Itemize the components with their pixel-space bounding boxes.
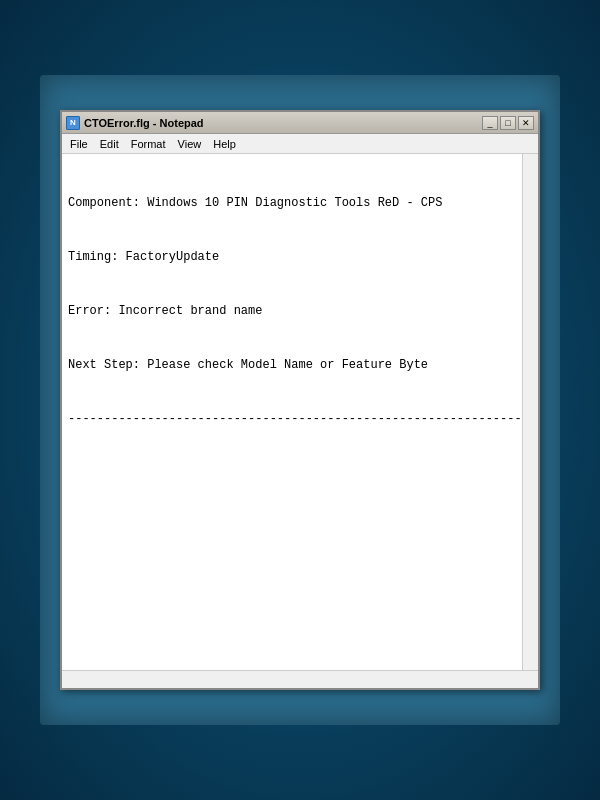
scrollbar[interactable] bbox=[522, 154, 538, 670]
line-component: Component: Windows 10 PIN Diagnostic Too… bbox=[68, 194, 516, 212]
menu-bar: File Edit Format View Help bbox=[62, 134, 538, 154]
menu-file[interactable]: File bbox=[64, 136, 94, 152]
line-timing: Timing: FactoryUpdate bbox=[68, 248, 516, 266]
title-bar-buttons: _ □ ✕ bbox=[482, 116, 534, 130]
notepad-window: N CTOError.flg - Notepad _ □ ✕ File Edit… bbox=[60, 110, 540, 690]
menu-help[interactable]: Help bbox=[207, 136, 242, 152]
title-bar: N CTOError.flg - Notepad _ □ ✕ bbox=[62, 112, 538, 134]
status-bar bbox=[62, 670, 538, 688]
line-next-step: Next Step: Please check Model Name or Fe… bbox=[68, 356, 516, 374]
separator-line: ----------------------------------------… bbox=[68, 410, 516, 428]
menu-format[interactable]: Format bbox=[125, 136, 172, 152]
screen-bezel: N CTOError.flg - Notepad _ □ ✕ File Edit… bbox=[40, 75, 560, 725]
maximize-button[interactable]: □ bbox=[500, 116, 516, 130]
text-content[interactable]: Component: Windows 10 PIN Diagnostic Too… bbox=[62, 154, 522, 670]
window-title: CTOError.flg - Notepad bbox=[84, 117, 482, 129]
minimize-button[interactable]: _ bbox=[482, 116, 498, 130]
content-wrapper: Component: Windows 10 PIN Diagnostic Too… bbox=[62, 154, 538, 670]
menu-view[interactable]: View bbox=[172, 136, 208, 152]
notepad-icon: N bbox=[66, 116, 80, 130]
menu-edit[interactable]: Edit bbox=[94, 136, 125, 152]
close-button[interactable]: ✕ bbox=[518, 116, 534, 130]
line-error: Error: Incorrect brand name bbox=[68, 302, 516, 320]
